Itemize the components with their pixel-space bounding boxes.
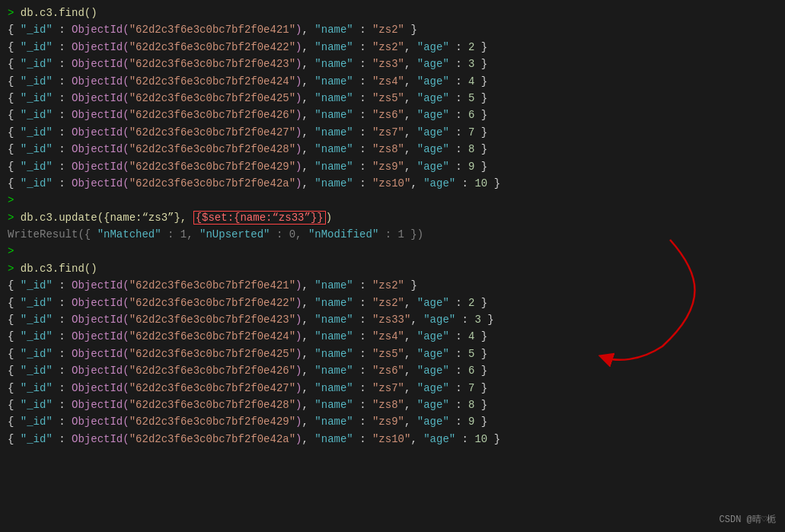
watermark: CSDN @晴♡栀 <box>720 513 776 526</box>
s2-record-row-5: { "_id" : ObjectId("62d2c3f6e3c0bc7bf2f0… <box>8 346 777 362</box>
s2-record-row-8: { "_id" : ObjectId("62d2c3f6e3c0bc7bf2f0… <box>8 397 777 413</box>
separator-2: > <box>8 243 777 260</box>
s2-record-row-9: { "_id" : ObjectId("62d2c3f6e3c0bc7bf2f0… <box>8 413 777 430</box>
s2-record-row-1: { "_id" : ObjectId("62d2c3f6e3c0bc7bf2f0… <box>8 277 777 294</box>
record-row-10: { "_id" : ObjectId("62d2c3f6e3c0bc7bf2f0… <box>8 175 777 192</box>
s2-record-row-3-updated: { "_id" : ObjectId("62d2c3f6e3c0bc7bf2f0… <box>8 311 777 328</box>
record-row-6: { "_id" : ObjectId("62d2c3f6e3c0bc7bf2f0… <box>8 107 777 123</box>
s2-record-row-10: { "_id" : ObjectId("62d2c3f6e3c0bc7bf2f0… <box>8 431 777 448</box>
write-result-line: WriteResult({ "nMatched" : 1, "nUpserted… <box>8 226 777 243</box>
record-row-8: { "_id" : ObjectId("62d2c3f6e3c0bc7bf2f0… <box>8 141 777 158</box>
record-row-2: { "_id" : ObjectId("62d2c3f6e3c0bc7bf2f0… <box>8 39 777 56</box>
command-line-2: > db.c3.find() <box>8 260 777 277</box>
s2-record-row-2: { "_id" : ObjectId("62d2c3f6e3c0bc7bf2f0… <box>8 295 777 311</box>
record-row-1: { "_id" : ObjectId("62d2c3f6e3c0bc7bf2f0… <box>8 21 777 38</box>
s2-record-row-7: { "_id" : ObjectId("62d2c3f6e3c0bc7bf2f0… <box>8 380 777 397</box>
record-row-3: { "_id" : ObjectId("62d2c3f6e3c0bc7bf2f0… <box>8 56 777 72</box>
record-row-4: { "_id" : ObjectId("62d2c3f6e3c0bc7bf2f0… <box>8 73 777 90</box>
s2-record-row-6: { "_id" : ObjectId("62d2c3f6e3c0bc7bf2f0… <box>8 362 777 379</box>
separator-1: > <box>8 192 777 209</box>
terminal: > db.c3.find() { "_id" : ObjectId("62d2c… <box>0 0 785 532</box>
s2-record-row-4: { "_id" : ObjectId("62d2c3f6e3c0bc7bf2f0… <box>8 328 777 345</box>
record-row-9: { "_id" : ObjectId("62d2c3f6e3c0bc7bf2f0… <box>8 158 777 175</box>
update-highlight-box: {$set:{name:“zs33”}} <box>193 211 326 225</box>
record-row-5: { "_id" : ObjectId("62d2c3f6e3c0bc7bf2f0… <box>8 90 777 107</box>
update-command-line: > db.c3.update({name:“zs3”}, {$set:{name… <box>8 209 777 226</box>
record-row-7: { "_id" : ObjectId("62d2c3f6e3c0bc7bf2f0… <box>8 124 777 141</box>
command-line-1: > db.c3.find() <box>8 5 777 21</box>
